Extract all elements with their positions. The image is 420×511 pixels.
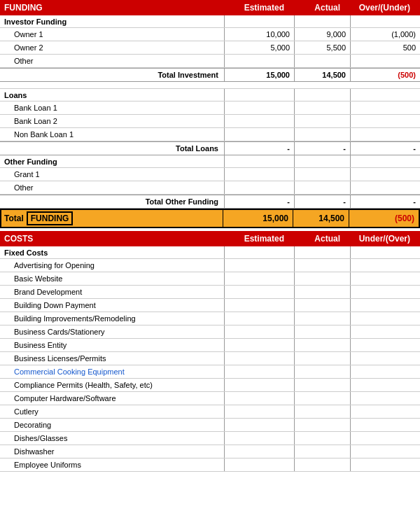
owner2-estimated: 5,000: [224, 41, 294, 54]
investor-other-label: Other: [0, 55, 224, 66]
fixed-cost-estimated-9: [224, 379, 294, 391]
total-other-funding-actual: -: [294, 195, 350, 208]
fixed-cost-label-3: Building Down Payment: [0, 300, 224, 311]
table-row: Dishes/Glasses: [0, 432, 420, 445]
fixed-cost-estimated-3: [224, 299, 294, 312]
loans-section: Loans: [0, 89, 420, 102]
grand-total-funding-word: FUNDING: [27, 211, 74, 225]
fixed-cost-over-14: [350, 445, 420, 458]
costs-title: COSTS: [4, 234, 220, 244]
total-other-funding-label: Total Other Funding: [0, 197, 224, 206]
fixed-cost-over-1: [350, 272, 420, 285]
fixed-cost-over-7: [350, 352, 420, 365]
total-loans-row: Total Loans - - -: [0, 141, 420, 155]
total-investment-over: (500): [350, 69, 420, 81]
table-row: Non Bank Loan 1: [0, 128, 420, 141]
fixed-cost-actual-4: [294, 312, 350, 325]
fixed-cost-label-1: Basic Website: [0, 273, 224, 284]
grant1-actual: [294, 168, 350, 181]
bank-loan1-actual: [294, 102, 350, 114]
table-row: Business Licenses/Permits: [0, 352, 420, 365]
funding-col-over: Over/(Under): [346, 3, 416, 13]
table-row: Cutlery: [0, 405, 420, 419]
table-row: Business Entity: [0, 339, 420, 352]
fixed-cost-estimated-6: [224, 339, 294, 351]
fixed-cost-estimated-12: [224, 419, 294, 431]
fixed-cost-over-15: [350, 458, 420, 471]
fixed-cost-estimated-1: [224, 272, 294, 285]
grand-total-total-word: Total: [4, 214, 24, 223]
non-bank-loan1-label: Non Bank Loan 1: [0, 129, 224, 140]
table-row: Building Down Payment: [0, 299, 420, 312]
owner1-actual: 9,000: [294, 28, 350, 41]
owner1-over: (1,000): [350, 28, 420, 41]
table-row: Compliance Permits (Health, Safety, etc): [0, 379, 420, 392]
fixed-cost-estimated-4: [224, 312, 294, 325]
fixed-cost-over-2: [350, 286, 420, 298]
fixed-cost-over-9: [350, 379, 420, 391]
owner1-estimated: 10,000: [224, 28, 294, 41]
fixed-costs-list: Advertising for Opening Basic Website Br…: [0, 259, 420, 472]
fixed-cost-over-12: [350, 419, 420, 431]
fixed-cost-label-12: Decorating: [0, 419, 224, 430]
total-loans-label: Total Loans: [0, 144, 224, 153]
investor-other-estimated: [224, 55, 294, 67]
bank-loan2-actual: [294, 115, 350, 127]
owner2-over: 500: [350, 41, 420, 54]
bank-loan2-over: [350, 115, 420, 127]
fixed-cost-label-6: Business Entity: [0, 340, 224, 351]
fixed-cost-over-8: [350, 365, 420, 378]
fixed-cost-actual-8: [294, 365, 350, 378]
grant1-over: [350, 168, 420, 181]
investor-other-over: [350, 55, 420, 67]
grand-total-funding-actual: 14,500: [293, 210, 349, 227]
fixed-cost-label-7: Business Licenses/Permits: [0, 353, 224, 364]
table-row: Dishwasher: [0, 445, 420, 458]
fixed-cost-label-15: Employee Uniforms: [0, 459, 224, 470]
fixed-cost-estimated-7: [224, 352, 294, 365]
other-funding-other-actual: [294, 181, 350, 194]
fixed-cost-actual-13: [294, 432, 350, 444]
costs-col-actual: Actual: [290, 234, 346, 244]
table-row: Commercial Cooking Equipment: [0, 365, 420, 379]
costs-col-over: Under/(Over): [346, 234, 416, 244]
total-other-funding-estimated: -: [224, 195, 294, 208]
table-row: Other: [0, 55, 420, 68]
grand-total-funding-over: (500): [349, 210, 419, 227]
investor-other-actual: [294, 55, 350, 67]
fixed-cost-actual-2: [294, 286, 350, 298]
bank-loan2-label: Bank Loan 2: [0, 115, 224, 127]
fixed-cost-label-2: Brand Development: [0, 286, 224, 298]
total-loans-actual: -: [294, 142, 350, 155]
fixed-cost-actual-7: [294, 352, 350, 365]
fixed-cost-over-0: [350, 259, 420, 272]
funding-col-actual: Actual: [290, 3, 346, 13]
table-row: Decorating: [0, 419, 420, 432]
fixed-cost-over-6: [350, 339, 420, 351]
bank-loan2-estimated: [224, 115, 294, 127]
other-funding-other-label: Other: [0, 182, 224, 193]
table-row: Computer Hardware/Software: [0, 392, 420, 405]
grand-total-funding-label-container: Total FUNDING: [1, 210, 223, 227]
owner1-label: Owner 1: [0, 29, 224, 40]
table-row: Brand Development: [0, 286, 420, 299]
fixed-cost-estimated-13: [224, 432, 294, 444]
grand-total-funding-estimated: 15,000: [223, 210, 293, 227]
fixed-costs-label: Fixed Costs: [0, 247, 224, 258]
fixed-cost-label-11: Cutlery: [0, 406, 224, 417]
fixed-cost-estimated-2: [224, 286, 294, 298]
table-row: Business Cards/Stationery: [0, 326, 420, 339]
table-row: Other: [0, 181, 420, 195]
fixed-cost-actual-12: [294, 419, 350, 431]
other-funding-other-estimated: [224, 181, 294, 194]
total-loans-over: -: [350, 142, 420, 155]
fixed-cost-estimated-5: [224, 326, 294, 338]
table-row: Grant 1: [0, 168, 420, 181]
fixed-cost-actual-10: [294, 392, 350, 405]
fixed-cost-label-13: Dishes/Glasses: [0, 433, 224, 444]
total-loans-estimated: -: [224, 142, 294, 155]
fixed-cost-estimated-10: [224, 392, 294, 405]
fixed-cost-estimated-14: [224, 445, 294, 458]
costs-header: COSTS Estimated Actual Under/(Over): [0, 231, 420, 246]
fixed-cost-over-4: [350, 312, 420, 325]
